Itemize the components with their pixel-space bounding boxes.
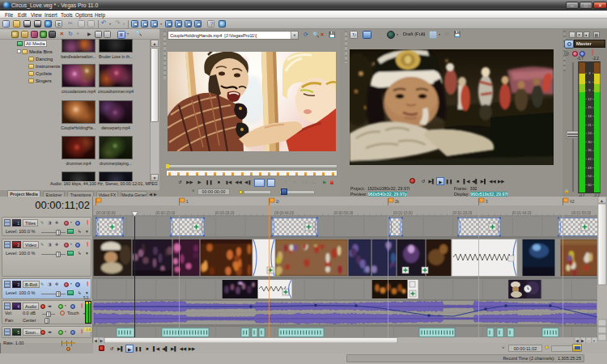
svg-text:00:00:44;29: 00:00:44;29 [274,211,294,215]
svg-text:00:00:59;28: 00:00:59;28 [334,211,354,215]
svg-text:2b: 2b [395,200,400,204]
svg-text:48: 48 [588,166,592,170]
svg-text:21: 21 [588,123,592,127]
svg-text:00:01:15;00: 00:01:15;00 [393,211,413,215]
svg-text:30: 30 [588,140,592,144]
svg-text:00:00:15;00: 00:00:15;00 [155,211,175,215]
svg-text:15: 15 [588,105,592,109]
svg-text:00:01:44;29: 00:01:44;29 [512,211,532,215]
svg-text:▶: ▶ [581,338,584,343]
svg-text:00:00:00;00: 00:00:00;00 [96,211,116,215]
svg-text:▶: ▶ [100,338,104,343]
svg-text:V2: V2 [570,200,575,204]
svg-text:00:00:29;29: 00:00:29;29 [215,211,235,215]
svg-text:+: + [593,338,596,343]
svg-text:−: − [588,338,590,343]
svg-text:00:01:59;28: 00:01:59;28 [571,211,591,215]
svg-text:◀: ◀ [575,338,579,343]
svg-text:🔒: 🔒 [564,188,570,194]
svg-text:18: 18 [588,114,592,118]
svg-text:12: 12 [588,97,592,101]
svg-text:1l: 1l [276,200,279,204]
svg-text:60: 60 [588,183,592,187]
svg-text:42: 42 [588,157,592,161]
svg-text:36: 36 [588,148,592,152]
svg-text:54: 54 [588,174,592,178]
svg-text:00:01:29;29: 00:01:29;29 [452,211,472,215]
svg-text:◀: ◀ [94,338,97,343]
svg-text:▲: ▲ [600,198,604,203]
svg-text:24: 24 [588,131,592,135]
